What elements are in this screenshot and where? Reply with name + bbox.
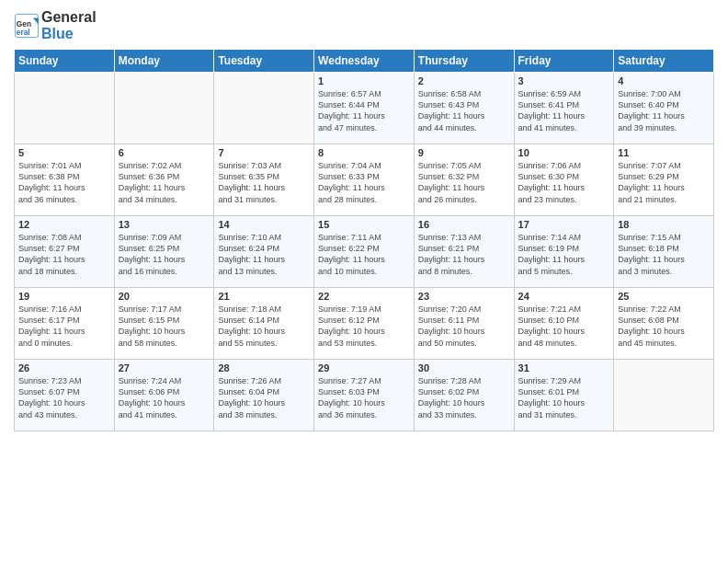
week-row-1: 1Sunrise: 6:57 AM Sunset: 6:44 PM Daylig…: [15, 73, 714, 144]
day-cell: [15, 73, 115, 144]
day-info: Sunrise: 7:16 AM Sunset: 6:17 PM Dayligh…: [18, 304, 110, 349]
day-cell: 24Sunrise: 7:21 AM Sunset: 6:10 PM Dayli…: [514, 288, 614, 360]
day-cell: 20Sunrise: 7:17 AM Sunset: 6:15 PM Dayli…: [114, 288, 214, 360]
day-cell: 27Sunrise: 7:24 AM Sunset: 6:06 PM Dayli…: [114, 360, 214, 431]
day-info: Sunrise: 7:22 AM Sunset: 6:08 PM Dayligh…: [618, 304, 710, 349]
day-info: Sunrise: 7:20 AM Sunset: 6:11 PM Dayligh…: [418, 304, 510, 349]
day-info: Sunrise: 7:08 AM Sunset: 6:27 PM Dayligh…: [18, 232, 110, 277]
svg-text:eral: eral: [17, 27, 30, 36]
day-cell: 13Sunrise: 7:09 AM Sunset: 6:25 PM Dayli…: [114, 216, 214, 288]
day-number: 12: [18, 219, 110, 230]
day-cell: 12Sunrise: 7:08 AM Sunset: 6:27 PM Dayli…: [15, 216, 115, 288]
day-number: 25: [618, 291, 710, 302]
day-info: Sunrise: 7:07 AM Sunset: 6:29 PM Dayligh…: [618, 160, 710, 205]
day-cell: 19Sunrise: 7:16 AM Sunset: 6:17 PM Dayli…: [15, 288, 115, 360]
header-cell-monday: Monday: [114, 50, 214, 73]
day-number: 3: [518, 75, 610, 86]
week-row-3: 12Sunrise: 7:08 AM Sunset: 6:27 PM Dayli…: [15, 216, 714, 288]
day-number: 13: [119, 219, 210, 230]
day-number: 19: [18, 291, 110, 302]
day-cell: 17Sunrise: 7:14 AM Sunset: 6:19 PM Dayli…: [514, 216, 614, 288]
day-info: Sunrise: 7:18 AM Sunset: 6:14 PM Dayligh…: [218, 304, 310, 349]
day-number: 15: [318, 219, 410, 230]
day-number: 5: [18, 147, 110, 158]
day-cell: [614, 360, 714, 431]
day-number: 7: [218, 147, 310, 158]
day-number: 27: [119, 362, 210, 373]
day-number: 24: [518, 291, 610, 302]
day-cell: 23Sunrise: 7:20 AM Sunset: 6:11 PM Dayli…: [414, 288, 514, 360]
day-info: Sunrise: 7:24 AM Sunset: 6:06 PM Dayligh…: [119, 375, 210, 420]
day-info: Sunrise: 7:01 AM Sunset: 6:38 PM Dayligh…: [18, 160, 110, 205]
header-cell-thursday: Thursday: [414, 50, 514, 73]
day-cell: 22Sunrise: 7:19 AM Sunset: 6:12 PM Dayli…: [314, 288, 415, 360]
day-number: 31: [518, 362, 610, 373]
week-row-2: 5Sunrise: 7:01 AM Sunset: 6:38 PM Daylig…: [15, 144, 714, 216]
calendar-container: Gen eral General Blue SundayMondayTuesda…: [0, 0, 728, 563]
day-info: Sunrise: 7:10 AM Sunset: 6:24 PM Dayligh…: [218, 232, 310, 277]
logo: Gen eral General Blue: [14, 9, 97, 41]
day-number: 4: [618, 75, 710, 86]
day-info: Sunrise: 7:29 AM Sunset: 6:01 PM Dayligh…: [518, 375, 610, 420]
day-info: Sunrise: 7:04 AM Sunset: 6:33 PM Dayligh…: [318, 160, 410, 205]
day-number: 6: [119, 147, 210, 158]
day-number: 22: [318, 291, 410, 302]
day-cell: [114, 73, 214, 144]
day-info: Sunrise: 7:27 AM Sunset: 6:03 PM Dayligh…: [318, 375, 410, 420]
day-number: 29: [318, 362, 410, 373]
week-row-5: 26Sunrise: 7:23 AM Sunset: 6:07 PM Dayli…: [15, 360, 714, 431]
day-number: 10: [518, 147, 610, 158]
day-cell: 16Sunrise: 7:13 AM Sunset: 6:21 PM Dayli…: [414, 216, 514, 288]
week-row-4: 19Sunrise: 7:16 AM Sunset: 6:17 PM Dayli…: [15, 288, 714, 360]
header: Gen eral General Blue: [14, 9, 714, 41]
day-info: Sunrise: 7:19 AM Sunset: 6:12 PM Dayligh…: [318, 304, 410, 349]
day-cell: 29Sunrise: 7:27 AM Sunset: 6:03 PM Dayli…: [314, 360, 415, 431]
day-number: 20: [119, 291, 210, 302]
day-cell: 9Sunrise: 7:05 AM Sunset: 6:32 PM Daylig…: [414, 144, 514, 216]
day-info: Sunrise: 6:58 AM Sunset: 6:43 PM Dayligh…: [418, 88, 510, 133]
day-cell: 8Sunrise: 7:04 AM Sunset: 6:33 PM Daylig…: [314, 144, 415, 216]
header-cell-saturday: Saturday: [614, 50, 714, 73]
day-info: Sunrise: 7:15 AM Sunset: 6:18 PM Dayligh…: [618, 232, 710, 277]
day-cell: [214, 73, 314, 144]
day-number: 8: [318, 147, 410, 158]
day-info: Sunrise: 7:26 AM Sunset: 6:04 PM Dayligh…: [218, 375, 310, 420]
header-cell-tuesday: Tuesday: [214, 50, 314, 73]
header-cell-friday: Friday: [514, 50, 614, 73]
day-number: 30: [418, 362, 510, 373]
header-cell-sunday: Sunday: [15, 50, 115, 73]
day-cell: 28Sunrise: 7:26 AM Sunset: 6:04 PM Dayli…: [214, 360, 314, 431]
day-cell: 7Sunrise: 7:03 AM Sunset: 6:35 PM Daylig…: [214, 144, 314, 216]
day-info: Sunrise: 6:57 AM Sunset: 6:44 PM Dayligh…: [318, 88, 410, 133]
day-info: Sunrise: 7:28 AM Sunset: 6:02 PM Dayligh…: [418, 375, 510, 420]
day-cell: 15Sunrise: 7:11 AM Sunset: 6:22 PM Dayli…: [314, 216, 415, 288]
day-cell: 21Sunrise: 7:18 AM Sunset: 6:14 PM Dayli…: [214, 288, 314, 360]
day-cell: 10Sunrise: 7:06 AM Sunset: 6:30 PM Dayli…: [514, 144, 614, 216]
day-info: Sunrise: 6:59 AM Sunset: 6:41 PM Dayligh…: [518, 88, 610, 133]
day-number: 28: [218, 362, 310, 373]
day-info: Sunrise: 7:03 AM Sunset: 6:35 PM Dayligh…: [218, 160, 310, 205]
day-info: Sunrise: 7:02 AM Sunset: 6:36 PM Dayligh…: [119, 160, 210, 205]
day-info: Sunrise: 7:11 AM Sunset: 6:22 PM Dayligh…: [318, 232, 410, 277]
day-cell: 3Sunrise: 6:59 AM Sunset: 6:41 PM Daylig…: [514, 73, 614, 144]
day-info: Sunrise: 7:00 AM Sunset: 6:40 PM Dayligh…: [618, 88, 710, 133]
day-info: Sunrise: 7:13 AM Sunset: 6:21 PM Dayligh…: [418, 232, 510, 277]
day-info: Sunrise: 7:17 AM Sunset: 6:15 PM Dayligh…: [119, 304, 210, 349]
day-cell: 31Sunrise: 7:29 AM Sunset: 6:01 PM Dayli…: [514, 360, 614, 431]
day-info: Sunrise: 7:05 AM Sunset: 6:32 PM Dayligh…: [418, 160, 510, 205]
day-info: Sunrise: 7:14 AM Sunset: 6:19 PM Dayligh…: [518, 232, 610, 277]
day-number: 26: [18, 362, 110, 373]
day-number: 23: [418, 291, 510, 302]
day-number: 11: [618, 147, 710, 158]
day-number: 18: [618, 219, 710, 230]
day-cell: 26Sunrise: 7:23 AM Sunset: 6:07 PM Dayli…: [15, 360, 115, 431]
day-cell: 25Sunrise: 7:22 AM Sunset: 6:08 PM Dayli…: [614, 288, 714, 360]
day-number: 16: [418, 219, 510, 230]
day-info: Sunrise: 7:09 AM Sunset: 6:25 PM Dayligh…: [119, 232, 210, 277]
day-number: 9: [418, 147, 510, 158]
day-cell: 5Sunrise: 7:01 AM Sunset: 6:38 PM Daylig…: [15, 144, 115, 216]
day-cell: 30Sunrise: 7:28 AM Sunset: 6:02 PM Dayli…: [414, 360, 514, 431]
day-cell: 6Sunrise: 7:02 AM Sunset: 6:36 PM Daylig…: [114, 144, 214, 216]
day-cell: 18Sunrise: 7:15 AM Sunset: 6:18 PM Dayli…: [614, 216, 714, 288]
day-info: Sunrise: 7:23 AM Sunset: 6:07 PM Dayligh…: [18, 375, 110, 420]
